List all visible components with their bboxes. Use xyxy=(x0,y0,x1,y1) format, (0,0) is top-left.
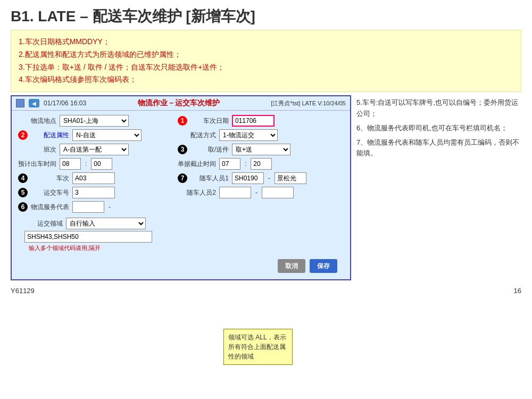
banji-row: 班次 A-自送第一配 xyxy=(18,144,172,155)
yunjiaolinyu-select[interactable]: 自行输入 xyxy=(66,218,146,229)
right-note7: 7、物流服务代表和随车人员均需有员工编码，否则不能填。 xyxy=(356,137,521,160)
titlebar-title: 物流作业－运交车次维护 xyxy=(138,98,220,108)
main-area: ◀ 01/17/06 16:03 物流作业－运交车次维护 [江秀贞*tst] L… xyxy=(11,95,521,280)
suiche1-label: 随车人员1 xyxy=(190,174,229,183)
checi-row: 4 车次 xyxy=(18,172,172,184)
suiche1-id-input[interactable] xyxy=(232,172,264,184)
suiche2-label: 随车人员2 xyxy=(178,188,216,197)
wuliudaibiao-input[interactable] xyxy=(72,201,104,213)
button-row: 取消 保存 xyxy=(18,257,344,275)
badge2: 2 xyxy=(18,130,28,140)
wuliu-label: 物流地点 xyxy=(18,117,56,126)
form-columns: 物流地点 SHA01-上海 2 配送属性 N-自送 xyxy=(18,115,344,215)
app-window: ◀ 01/17/06 16:03 物流作业－运交车次维护 [江秀贞*tst] L… xyxy=(11,95,351,280)
cancel-button[interactable]: 取消 xyxy=(278,259,305,273)
note-line3: 3.下拉选单：取+送 / 取件 / 送件；自送车次只能选取件+送件； xyxy=(19,61,513,74)
time-colon1: : xyxy=(85,160,87,168)
hint-row: 输入多个领域代码请用,隔开 xyxy=(24,244,337,252)
domain-list-row xyxy=(24,231,337,243)
checi-input[interactable] xyxy=(72,172,115,184)
checi-label: 车次 xyxy=(31,174,69,183)
app-icon xyxy=(16,99,24,107)
badge5: 5 xyxy=(18,188,28,197)
titlebar-left: ◀ 01/17/06 16:03 xyxy=(16,99,86,107)
yunjiaolinyu-row: 运交领域 自行输入 xyxy=(24,218,337,229)
suiche2-row: 随车人员2 - xyxy=(178,187,344,198)
footer-left: Y61129 xyxy=(11,287,35,295)
jiaoche-input[interactable] xyxy=(72,187,115,198)
app-titlebar: ◀ 01/17/06 16:03 物流作业－运交车次维护 [江秀贞*tst] L… xyxy=(12,96,350,111)
domain-list-input[interactable] xyxy=(24,231,152,243)
note-line1: 1.车次日期格式MMDDYY； xyxy=(19,36,513,48)
wuliudaibiao-row: 6 物流服务代表 - xyxy=(18,201,172,213)
form-area: 物流地点 SHA01-上海 2 配送属性 N-自送 xyxy=(12,111,350,279)
jiaoche-row: 5 运交车号 xyxy=(18,187,172,198)
badge3: 3 xyxy=(178,145,187,154)
yujichujia-row: 预计出车时间 : xyxy=(18,158,172,170)
qusongji-select[interactable]: 取+送 xyxy=(232,144,290,155)
titlebar-time: 01/17/06 16:03 xyxy=(44,99,86,107)
banji-label: 班次 xyxy=(18,145,56,154)
back-button[interactable]: ◀ xyxy=(29,99,39,107)
peisongfangshi-select[interactable]: 1-物流运交 xyxy=(219,129,278,141)
yunjiaolinyu-label: 运交领域 xyxy=(24,219,63,228)
titlebar-status: [江秀贞*tst] LATE V:10/24/05 xyxy=(271,99,346,107)
badge6: 6 xyxy=(18,202,28,212)
tooltip-popup: 领域可选 ALL，表示所有符合上面配送属性的领域 xyxy=(223,329,293,365)
right-notes: 5.车号:自送可以写车牌号,也可以自编号；委外用货运公司； 6、物流服务代表即司… xyxy=(356,95,521,280)
checidate-label: 车次日期 xyxy=(190,117,229,126)
dash2: - xyxy=(268,174,270,182)
badge1: 1 xyxy=(178,116,187,126)
form-col-left: 物流地点 SHA01-上海 2 配送属性 N-自送 xyxy=(18,115,172,215)
checidate-row: 1 车次日期 xyxy=(178,115,344,127)
wuliu-row: 物流地点 SHA01-上海 xyxy=(18,115,172,127)
jiaoche-label: 运交车号 xyxy=(31,188,69,197)
dash3: - xyxy=(255,189,257,196)
time-colon2: : xyxy=(245,160,246,168)
form-col-right: 1 车次日期 配送方式 1-物流运交 3 取/送件 xyxy=(178,115,344,215)
banji-select[interactable]: A-自送第一配 xyxy=(60,144,129,155)
danjujiezhi-h-input[interactable] xyxy=(219,158,240,170)
yujichujia-label: 预计出车时间 xyxy=(18,160,56,169)
peisongfangshi-row: 配送方式 1-物流运交 xyxy=(178,129,344,141)
suiche2-id-input[interactable] xyxy=(219,187,251,198)
suiche1-name-input[interactable] xyxy=(275,172,306,184)
page-title: B1. LATE – 配送车次维护 [新增车次] xyxy=(0,0,532,30)
wuliudaibiao-label: 物流服务代表 xyxy=(31,203,69,212)
note-line4: 4.车次编码格式须参照车次编码表； xyxy=(19,73,513,86)
qusongji-label: 取/送件 xyxy=(190,145,229,154)
qusongji-row: 3 取/送件 取+送 xyxy=(178,144,344,155)
footer-right: 16 xyxy=(514,287,521,295)
right-note6: 6、物流服务代表即司机,也可在车号栏填司机名； xyxy=(356,123,521,134)
dash1: - xyxy=(109,203,111,211)
peisong-label: 配送属性 xyxy=(31,131,69,140)
notes-section: 1.车次日期格式MMDDYY； 2.配送属性和配送方式为所选领域的已维护属性； … xyxy=(11,30,521,92)
yujichujia-m-input[interactable] xyxy=(91,158,112,170)
save-button[interactable]: 保存 xyxy=(310,259,337,273)
domains-area: 运交领域 自行输入 输入多个领域代码请用,隔开 xyxy=(18,215,344,257)
wuliu-select[interactable]: SHA01-上海 xyxy=(60,115,129,127)
right-note5: 5.车号:自送可以写车牌号,也可以自编号；委外用货运公司； xyxy=(356,97,521,120)
danjujiezhi-row: 单据截止时间 : xyxy=(178,158,344,170)
peisongfangshi-label: 配送方式 xyxy=(178,131,216,140)
suiche2-name-input[interactable] xyxy=(262,187,294,198)
badge4: 4 xyxy=(18,173,28,183)
checidate-input[interactable] xyxy=(232,115,275,127)
note-line2: 2.配送属性和配送方式为所选领域的已维护属性； xyxy=(19,48,513,61)
peisong-select[interactable]: N-自送 xyxy=(72,129,142,141)
domain-hint: 输入多个领域代码请用,隔开 xyxy=(29,244,101,252)
yujichujia-h-input[interactable] xyxy=(60,158,81,170)
badge7: 7 xyxy=(178,173,187,183)
peisong-row: 2 配送属性 N-自送 xyxy=(18,129,172,141)
danjujiezhi-label: 单据截止时间 xyxy=(178,160,216,169)
footer: Y61129 16 xyxy=(0,282,532,299)
suiche1-row: 7 随车人员1 - xyxy=(178,172,344,184)
danjujiezhi-m-input[interactable] xyxy=(251,158,272,170)
